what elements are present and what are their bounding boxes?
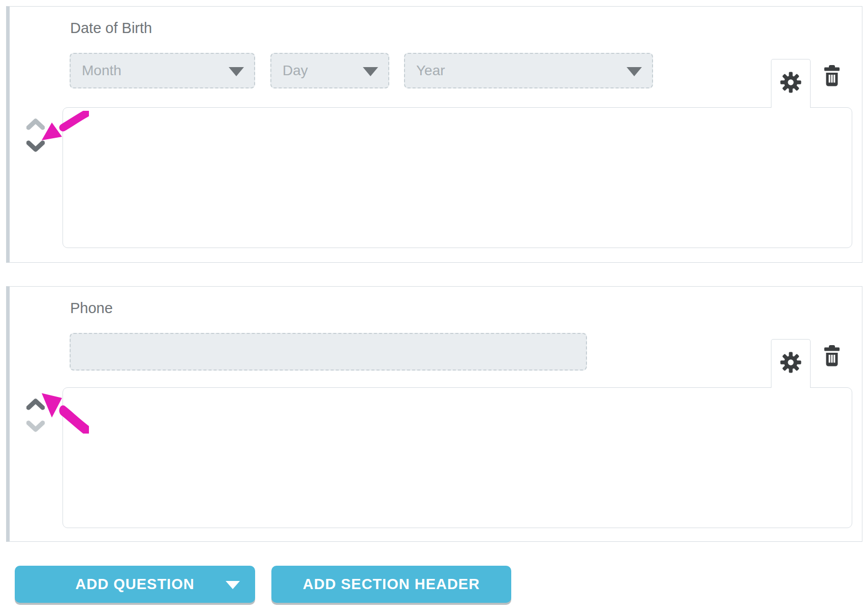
question-settings-panel [63,387,852,528]
add-section-header-label: ADD SECTION HEADER [303,576,480,592]
delete-question-button[interactable] [823,65,842,88]
day-dropdown-field[interactable]: Day [270,53,389,88]
caret-down-icon [627,67,642,76]
day-placeholder: Day [283,54,308,87]
magenta-arrow-annotation [41,390,89,434]
question-title: Phone [70,300,113,317]
question-title: Date of Birth [70,20,152,37]
gear-icon [780,352,801,373]
form-builder-page: Date of Birth Month Day Year [0,0,868,614]
trash-icon [823,65,841,87]
add-question-label: ADD QUESTION [75,576,194,592]
trash-icon [823,345,841,367]
add-question-button[interactable]: ADD QUESTION [15,566,255,603]
year-dropdown-field[interactable]: Year [404,53,653,88]
phone-text-field[interactable] [70,333,587,371]
add-section-header-button[interactable]: ADD SECTION HEADER [271,566,511,603]
question-card-phone: Phone [6,286,862,542]
settings-gear-button[interactable] [771,339,811,388]
caret-down-icon [229,67,244,76]
month-dropdown-field[interactable]: Month [70,53,255,88]
settings-gear-button[interactable] [771,59,811,108]
magenta-arrow-annotation [41,111,89,142]
delete-question-button[interactable] [823,345,842,368]
gear-icon [780,72,801,93]
caret-down-icon [363,67,378,76]
question-card-date-of-birth: Date of Birth Month Day Year [6,6,862,263]
year-placeholder: Year [416,54,445,87]
question-settings-panel [63,107,852,248]
month-placeholder: Month [82,54,121,87]
caret-down-icon[interactable] [226,581,240,589]
